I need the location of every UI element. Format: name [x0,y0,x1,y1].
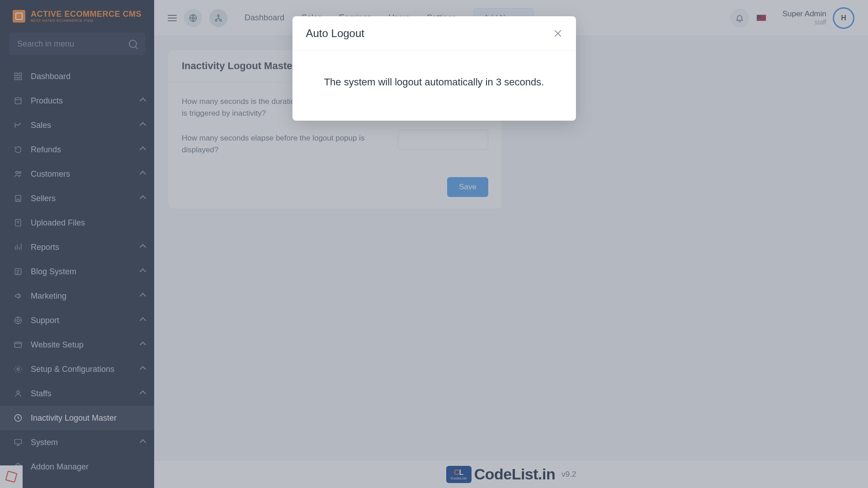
modal-message: The system will logout automatically in … [306,76,562,88]
modal-header: Auto Logout [292,16,576,51]
modal-close-button[interactable] [553,29,562,38]
modal-title: Auto Logout [306,27,364,40]
modal-overlay[interactable]: Auto Logout The system will logout autom… [0,0,868,488]
auto-logout-modal: Auto Logout The system will logout autom… [292,16,576,121]
